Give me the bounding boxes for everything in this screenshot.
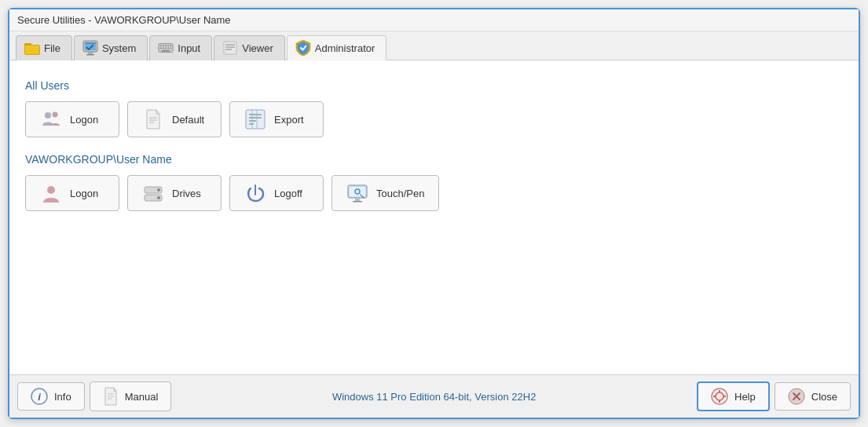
- logon-all-button[interactable]: Logon: [25, 101, 119, 137]
- svg-rect-6: [88, 52, 93, 54]
- default-button[interactable]: Default: [127, 101, 222, 137]
- svg-rect-10: [163, 45, 164, 46]
- tab-viewer-label: Viewer: [242, 42, 273, 54]
- logoff-icon: [244, 182, 266, 204]
- svg-rect-17: [168, 48, 170, 49]
- tab-input[interactable]: Input: [149, 35, 212, 60]
- svg-rect-43: [355, 198, 360, 201]
- drives-label: Drives: [172, 188, 201, 199]
- svg-rect-11: [165, 45, 167, 46]
- svg-point-25: [53, 112, 58, 118]
- svg-rect-29: [246, 110, 265, 129]
- window-title: Secure Utilities - VAWORKGROUP\User Name: [17, 14, 231, 26]
- tab-administrator[interactable]: Administrator: [287, 35, 387, 60]
- close-label: Close: [811, 391, 837, 403]
- default-label: Default: [172, 114, 204, 126]
- svg-rect-15: [163, 48, 164, 49]
- all-users-section: All Users Logon: [25, 79, 843, 137]
- main-window: Secure Utilities - VAWORKGROUP\User Name…: [8, 8, 860, 419]
- logon-all-label: Logon: [70, 114, 98, 126]
- shield-icon: [295, 40, 311, 56]
- status-text: Windows 11 Pro Edition 64-bit, Version 2…: [176, 391, 692, 403]
- svg-rect-7: [86, 54, 94, 56]
- folder-icon: [24, 40, 40, 56]
- svg-rect-2: [25, 46, 39, 54]
- tab-system[interactable]: System: [74, 35, 148, 60]
- svg-rect-16: [165, 48, 167, 49]
- manual-icon: [103, 387, 119, 406]
- tab-input-label: Input: [178, 42, 200, 54]
- help-button[interactable]: Help: [697, 381, 770, 411]
- logoff-button[interactable]: Logoff: [229, 175, 324, 211]
- manual-button[interactable]: Manual: [90, 381, 172, 411]
- svg-point-38: [157, 188, 160, 192]
- svg-rect-19: [162, 50, 170, 52]
- touchpen-label: Touch/Pen: [376, 188, 424, 199]
- all-users-buttons: Logon Default: [25, 101, 843, 137]
- keyboard-icon: [158, 40, 174, 56]
- tab-file[interactable]: File: [16, 35, 72, 60]
- info-icon: i: [31, 388, 48, 405]
- svg-rect-20: [224, 42, 236, 54]
- title-bar: Secure Utilities - VAWORKGROUP\User Name: [9, 9, 859, 31]
- system-icon: [82, 40, 98, 56]
- info-label: Info: [54, 391, 71, 403]
- tab-file-label: File: [44, 42, 60, 54]
- svg-rect-5: [85, 42, 96, 44]
- touchpen-icon: [346, 182, 368, 204]
- svg-rect-18: [170, 48, 172, 49]
- tab-system-label: System: [102, 42, 136, 54]
- users-icon: [40, 108, 62, 130]
- help-label: Help: [734, 391, 756, 403]
- all-users-header: All Users: [25, 79, 843, 92]
- svg-rect-14: [160, 48, 162, 49]
- user-section: VAWORKGROUP\User Name Logon: [25, 153, 843, 211]
- logoff-label: Logoff: [274, 188, 302, 199]
- help-icon: [711, 388, 728, 405]
- tab-administrator-label: Administrator: [315, 42, 375, 54]
- export-button[interactable]: Export: [229, 101, 324, 137]
- drives-button[interactable]: Drives: [127, 175, 222, 211]
- svg-rect-9: [160, 45, 162, 46]
- close-icon: [788, 388, 805, 405]
- svg-point-36: [47, 186, 55, 194]
- content-area: All Users Logon: [9, 60, 859, 374]
- user-buttons: Logon Drives: [25, 175, 843, 211]
- svg-text:i: i: [38, 391, 41, 403]
- logon-user-button[interactable]: Logon: [25, 175, 119, 211]
- close-button[interactable]: Close: [775, 382, 851, 411]
- manual-label: Manual: [125, 391, 159, 403]
- svg-point-40: [157, 196, 160, 199]
- user-section-header: VAWORKGROUP\User Name: [25, 153, 843, 166]
- svg-rect-12: [168, 45, 170, 46]
- export-label: Export: [274, 114, 304, 126]
- drives-icon: [142, 182, 164, 204]
- user-icon: [40, 182, 62, 204]
- document-icon: [142, 108, 164, 130]
- info-button[interactable]: i Info: [17, 382, 85, 411]
- tab-bar: File System: [9, 31, 859, 60]
- svg-point-24: [45, 112, 51, 119]
- svg-rect-44: [353, 201, 362, 203]
- tab-viewer[interactable]: Viewer: [214, 35, 285, 60]
- touchpen-button[interactable]: Touch/Pen: [331, 175, 439, 211]
- svg-rect-13: [170, 45, 172, 46]
- svg-rect-42: [350, 187, 365, 196]
- viewer-icon: [222, 40, 238, 56]
- logon-user-label: Logon: [70, 188, 98, 199]
- footer-bar: i Info Manual Windows 11 Pro Edition 64-…: [9, 374, 859, 418]
- export-icon: [244, 108, 266, 130]
